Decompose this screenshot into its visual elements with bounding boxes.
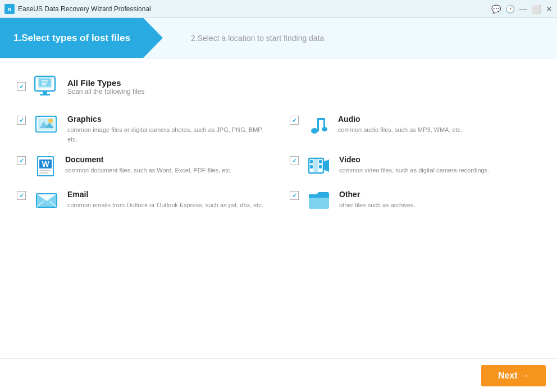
step2-tab: 2.Select a location to start finding dat… [163,18,557,58]
next-button[interactable]: Next → [481,365,546,386]
svg-rect-25 [39,170,51,171]
all-types-description: Scan all the following files [67,88,144,95]
audio-icon [308,115,329,136]
video-icon [308,155,330,176]
graphics-item: Graphics common image files or digital c… [17,115,267,144]
history-icon[interactable]: 🕐 [505,4,515,13]
other-icon [308,190,330,211]
email-label: Email [67,190,263,199]
document-item: W Document common document files, such a… [17,155,267,179]
other-description: other files such as archives. [339,200,416,210]
email-item: Email common emails from Outlook or Outl… [17,190,267,211]
other-label: Other [339,190,416,199]
graphics-icon [35,115,58,136]
chat-icon[interactable]: 💬 [491,4,501,13]
audio-item: Audio common audio files, such as MP3, W… [290,115,540,144]
video-checkbox[interactable] [290,156,299,165]
other-info: Other other files such as archives. [339,190,416,210]
all-types-info: All File Types Scan all the following fi… [67,78,144,95]
document-icon: W [35,155,56,179]
other-checkbox[interactable] [290,191,299,200]
all-types-label: All File Types [67,78,144,88]
graphics-checkbox[interactable] [17,116,26,125]
footer: Next → [0,358,557,392]
svg-rect-6 [39,79,51,86]
title-bar: R EaseUS Data Recovery Wizard Profession… [0,0,557,18]
svg-rect-4 [43,91,47,94]
step1-tab: 1.Select types of lost files [0,18,163,58]
step1-label: 1.Select types of lost files [13,33,130,44]
audio-label: Audio [338,115,462,124]
file-types-grid: Graphics common image files or digital c… [17,115,540,211]
document-info: Document common document files, such as … [65,155,232,175]
svg-text:R: R [8,7,12,12]
svg-marker-33 [323,159,329,172]
audio-description: common audio files, such as MP3, WMA, et… [338,125,462,135]
svg-rect-19 [323,118,325,127]
email-description: common emails from Outlook or Outlook Ex… [67,200,263,210]
app-title: EaseUS Data Recovery Wizard Professional [18,5,151,13]
svg-rect-5 [40,94,50,95]
all-file-types-row: All File Types Scan all the following fi… [17,75,540,98]
step-header: 1.Select types of lost files 2.Select a … [0,18,557,58]
graphics-description: common image files or digital camera pho… [67,125,267,144]
document-label: Document [65,155,232,164]
restore-icon[interactable]: ⬜ [532,4,541,13]
svg-rect-31 [319,165,322,168]
other-item: Other other files such as archives. [290,190,540,211]
all-types-checkbox[interactable] [17,82,26,91]
title-bar-left: R EaseUS Data Recovery Wizard Profession… [4,4,151,14]
svg-rect-26 [39,172,48,174]
email-info: Email common emails from Outlook or Outl… [67,190,263,210]
video-description: common video files, such as digital came… [339,166,489,175]
step2-label: 2.Select a location to start finding dat… [191,34,324,43]
document-checkbox[interactable] [17,156,26,165]
video-item: Video common video files, such as digita… [290,155,540,179]
main-content: All File Types Scan all the following fi… [0,58,557,358]
email-icon [35,190,58,210]
video-label: Video [339,155,489,164]
close-icon[interactable]: ✕ [546,4,553,13]
svg-rect-32 [313,159,318,172]
svg-point-20 [322,127,327,131]
video-info: Video common video files, such as digita… [339,155,489,175]
svg-point-15 [48,118,53,123]
app-icon: R [4,4,15,14]
document-description: common document files, such as Word, Exc… [65,166,232,175]
svg-rect-30 [319,160,322,163]
svg-text:W: W [42,159,49,168]
svg-rect-29 [310,165,313,168]
svg-point-16 [311,128,318,134]
audio-checkbox[interactable] [290,116,299,125]
svg-rect-28 [310,160,313,163]
graphics-label: Graphics [67,115,267,124]
graphics-info: Graphics common image files or digital c… [67,115,267,144]
email-checkbox[interactable] [17,191,26,200]
window-controls: 💬 🕐 — ⬜ ✕ [491,4,553,13]
monitor-icon [34,75,60,98]
minimize-icon[interactable]: — [519,4,527,13]
audio-info: Audio common audio files, such as MP3, W… [338,115,462,135]
